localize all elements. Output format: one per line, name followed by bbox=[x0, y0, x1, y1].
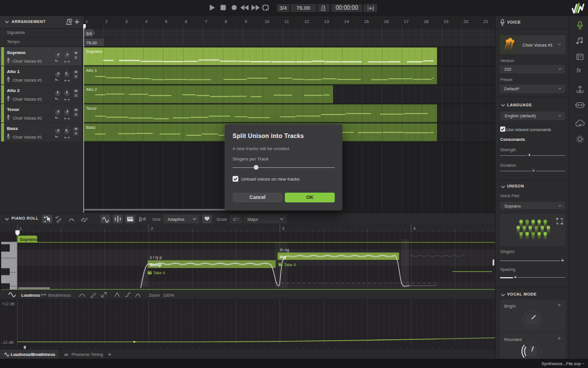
svg-text:#: # bbox=[143, 216, 146, 222]
svg-text:6: 6 bbox=[185, 19, 187, 24]
svg-text:2: 2 bbox=[150, 226, 153, 231]
svg-text:Sloop: Sloop bbox=[150, 262, 162, 267]
svg-text:1: 1 bbox=[86, 19, 88, 24]
svg-text:s l iy p: s l iy p bbox=[150, 255, 162, 260]
svg-text:13: 13 bbox=[324, 19, 329, 24]
svg-text:ih ng: ih ng bbox=[280, 247, 289, 252]
svg-text:5: 5 bbox=[165, 19, 167, 24]
svg-text:18: 18 bbox=[424, 19, 428, 24]
svg-text:3/4: 3/4 bbox=[86, 31, 92, 36]
svg-text:19: 19 bbox=[444, 19, 448, 24]
svg-text:9: 9 bbox=[245, 19, 247, 24]
svg-text:100%: 100% bbox=[163, 293, 175, 298]
svg-text:Breathiness: Breathiness bbox=[48, 293, 71, 298]
svg-text:b: b bbox=[139, 216, 142, 223]
svg-text:Scale: Scale bbox=[216, 217, 227, 222]
svg-text:S: S bbox=[75, 113, 77, 116]
svg-text:Take 4: Take 4 bbox=[284, 263, 296, 267]
svg-text:S: S bbox=[75, 94, 77, 97]
svg-text:M: M bbox=[75, 127, 78, 131]
svg-text:-12 dB: -12 dB bbox=[2, 340, 14, 344]
svg-text:Loudness: Loudness bbox=[21, 293, 40, 297]
svg-text:S: S bbox=[75, 132, 77, 135]
svg-text:C: C bbox=[233, 217, 237, 222]
svg-text:M: M bbox=[75, 108, 78, 112]
svg-text:Grid: Grid bbox=[152, 217, 160, 222]
svg-text:Zoom: Zoom bbox=[149, 293, 160, 298]
svg-text:Major: Major bbox=[247, 217, 258, 222]
svg-text:M: M bbox=[75, 70, 78, 74]
svg-text:76.00: 76.00 bbox=[86, 40, 97, 45]
svg-text:3: 3 bbox=[282, 226, 284, 231]
svg-text:fx: fx bbox=[577, 67, 582, 74]
svg-text:M: M bbox=[75, 89, 78, 93]
svg-text:Bass: Bass bbox=[86, 125, 96, 130]
svg-text:3: 3 bbox=[125, 19, 127, 24]
svg-text:4: 4 bbox=[145, 19, 148, 24]
svg-text:20: 20 bbox=[463, 19, 468, 24]
svg-text:2: 2 bbox=[105, 19, 107, 24]
svg-text:Adaptive: Adaptive bbox=[168, 217, 184, 222]
svg-text:M: M bbox=[75, 51, 78, 55]
svg-text:15: 15 bbox=[364, 19, 369, 24]
svg-text:S: S bbox=[75, 56, 77, 59]
svg-text:Take 4: Take 4 bbox=[153, 271, 165, 275]
svg-text:S: S bbox=[75, 75, 77, 78]
svg-text:Tenor: Tenor bbox=[86, 106, 97, 111]
svg-text:Alto 1: Alto 1 bbox=[86, 68, 97, 73]
svg-text:8: 8 bbox=[225, 19, 227, 24]
svg-text:Soprano: Soprano bbox=[20, 237, 38, 242]
svg-text:14: 14 bbox=[344, 19, 349, 24]
svg-text:Alto 2: Alto 2 bbox=[86, 87, 97, 92]
svg-text:4: 4 bbox=[413, 226, 416, 231]
svg-text:Soprano: Soprano bbox=[86, 49, 102, 54]
svg-text:16: 16 bbox=[384, 19, 389, 24]
svg-text:12: 12 bbox=[304, 19, 309, 24]
svg-text:21: 21 bbox=[483, 19, 488, 24]
svg-text:7: 7 bbox=[205, 19, 207, 24]
svg-text:10: 10 bbox=[265, 19, 269, 24]
svg-text:11: 11 bbox=[284, 19, 289, 24]
svg-text:17: 17 bbox=[404, 19, 408, 24]
svg-text:+12 dB: +12 dB bbox=[2, 302, 15, 306]
svg-text:ing: ing bbox=[280, 254, 287, 259]
